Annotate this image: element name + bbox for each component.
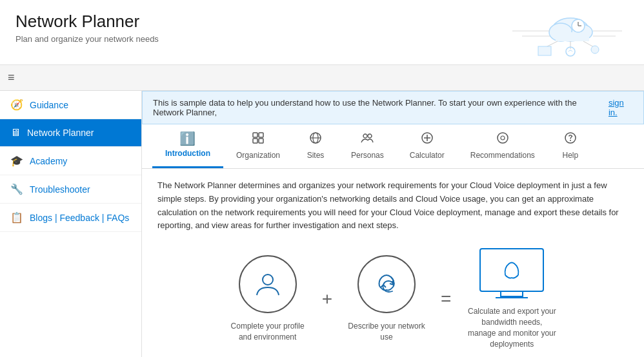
- sidebar-item-academy[interactable]: 🎓 Academy: [0, 147, 141, 175]
- step-calculate-icon-container: [479, 248, 544, 298]
- svg-point-24: [363, 134, 367, 138]
- header-illustration: [487, 12, 629, 57]
- blogs-icon: 📋: [10, 211, 23, 224]
- recommendations-tab-icon: [496, 131, 510, 148]
- tab-sites[interactable]: Sites: [293, 124, 338, 168]
- tab-sites-label: Sites: [307, 151, 325, 160]
- page-subtitle: Plan and organize your network needs: [15, 34, 159, 44]
- calculator-tab-icon: [420, 131, 434, 148]
- tab-introduction-label: Introduction: [165, 149, 210, 158]
- sidebar-item-blogs[interactable]: 📋 Blogs | Feedback | FAQs: [0, 204, 141, 232]
- main-layout: 🧭 Guidance 🖥 Network Planner 🎓 Academy 🔧…: [0, 91, 644, 357]
- monitor-frame: [479, 248, 544, 292]
- operator-plus: +: [322, 289, 332, 309]
- sidebar-label-academy: Academy: [30, 156, 67, 166]
- content-body: The Network Planner determines and organ…: [142, 169, 644, 357]
- sidebar-item-guidance[interactable]: 🧭 Guidance: [0, 91, 141, 119]
- tab-calculator[interactable]: Calculator: [397, 124, 458, 168]
- svg-point-25: [368, 134, 372, 138]
- page-title: Network Planner: [15, 12, 159, 32]
- sidebar: 🧭 Guidance 🖥 Network Planner 🎓 Academy 🔧…: [0, 91, 142, 357]
- content-area: This is sample data to help you understa…: [142, 91, 644, 357]
- svg-rect-20: [259, 139, 263, 143]
- troubleshooter-icon: 🔧: [10, 183, 23, 195]
- guidance-icon: 🧭: [10, 99, 23, 111]
- svg-point-33: [263, 275, 273, 285]
- tab-recommendations[interactable]: Recommendations: [458, 124, 548, 168]
- sidebar-label-network-planner: Network Planner: [27, 128, 94, 138]
- svg-rect-17: [253, 133, 257, 137]
- tab-navigation: ℹ️ Introduction Organization: [142, 124, 644, 169]
- svg-point-30: [501, 136, 505, 140]
- step-calculate-label: Calculate and export your bandwidth need…: [467, 306, 557, 349]
- svg-rect-10: [538, 46, 551, 55]
- introduction-tab-icon: ℹ️: [179, 131, 196, 146]
- step-profile-icon: [239, 255, 297, 313]
- tab-help[interactable]: Help: [548, 124, 593, 168]
- academy-icon: 🎓: [10, 155, 23, 167]
- sites-tab-icon: [308, 131, 323, 148]
- step-profile-label: Complete your profile and environment: [229, 321, 307, 343]
- page-header: Network Planner Plan and organize your n…: [0, 0, 644, 65]
- step-network-use-label: Describe your network use: [348, 321, 425, 343]
- sidebar-item-network-planner[interactable]: 🖥 Network Planner: [0, 119, 141, 147]
- step-network-use-icon: [357, 255, 416, 313]
- tab-help-label: Help: [562, 151, 578, 160]
- sidebar-label-troubleshooter: Troubleshooter: [30, 184, 90, 195]
- monitor-stand: [500, 292, 523, 297]
- monitor-base: [496, 297, 528, 298]
- banner-text: This is sample data to help you understa…: [153, 98, 606, 117]
- step-network-use: Describe your network use: [348, 255, 425, 343]
- personas-tab-icon: [360, 131, 374, 148]
- tab-personas[interactable]: Personas: [338, 124, 397, 168]
- sidebar-item-troubleshooter[interactable]: 🔧 Troubleshooter: [0, 175, 141, 204]
- intro-paragraph: The Network Planner determines and organ…: [157, 179, 629, 233]
- hamburger-icon[interactable]: ≡: [8, 71, 15, 84]
- nav-bar: ≡: [0, 65, 644, 91]
- svg-rect-18: [259, 133, 263, 137]
- steps-row: Complete your profile and environment +: [157, 248, 629, 349]
- sidebar-label-blogs: Blogs | Feedback | FAQs: [30, 213, 129, 223]
- svg-point-29: [498, 133, 508, 143]
- svg-point-12: [591, 46, 599, 53]
- info-banner: This is sample data to help you understa…: [142, 91, 644, 124]
- svg-rect-3: [556, 32, 589, 41]
- header-left: Network Planner Plan and organize your n…: [15, 12, 159, 44]
- operator-equals: =: [441, 289, 451, 309]
- svg-rect-19: [253, 139, 257, 143]
- tab-organization[interactable]: Organization: [223, 124, 293, 168]
- tab-personas-label: Personas: [351, 151, 384, 160]
- banner-sign-in-link[interactable]: sign in.: [609, 98, 633, 117]
- step-profile: Complete your profile and environment: [229, 255, 307, 343]
- tab-introduction[interactable]: ℹ️ Introduction: [152, 124, 223, 168]
- svg-point-32: [570, 140, 571, 141]
- tab-organization-label: Organization: [236, 151, 280, 160]
- tab-recommendations-label: Recommendations: [470, 151, 535, 160]
- step-calculate: Calculate and export your bandwidth need…: [467, 248, 557, 349]
- sidebar-label-guidance: Guidance: [30, 100, 68, 110]
- tab-calculator-label: Calculator: [410, 151, 445, 160]
- network-planner-icon: 🖥: [10, 127, 21, 139]
- organization-tab-icon: [251, 131, 265, 148]
- help-tab-icon: [563, 131, 578, 148]
